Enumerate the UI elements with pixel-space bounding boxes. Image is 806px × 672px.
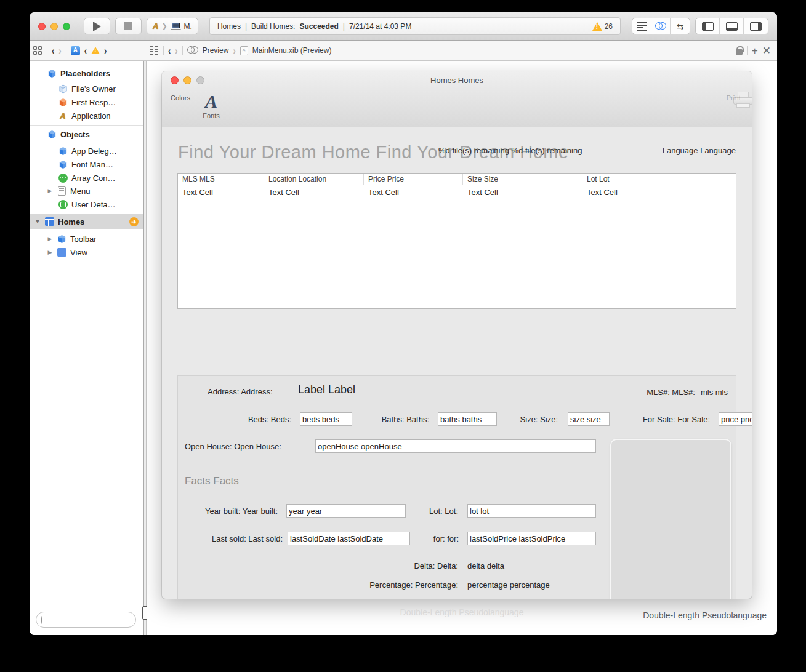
run-button[interactable] <box>84 18 110 34</box>
disclosure-triangle-icon[interactable]: ▼ <box>34 218 41 225</box>
filter-input[interactable] <box>46 615 142 624</box>
column-header[interactable]: Price Price <box>364 174 463 185</box>
outline-item-app-delegate[interactable]: App Deleg… <box>30 144 143 158</box>
outline-item-view[interactable]: ▶ View <box>30 246 143 259</box>
app-file-icon <box>71 46 80 55</box>
delta-value: delta delta <box>467 561 504 570</box>
navigator-panel-button[interactable] <box>696 18 720 34</box>
filter-field[interactable] <box>36 612 136 628</box>
column-header[interactable]: Location Location <box>264 174 364 185</box>
fonts-toolbar-button[interactable]: A Fonts <box>198 92 225 119</box>
close-window-button[interactable] <box>38 23 46 30</box>
minimize-window-button[interactable] <box>50 23 58 30</box>
address-label: Address: Address: <box>208 387 273 396</box>
related-items-icon[interactable] <box>150 46 159 55</box>
preview-canvas: Homes Homes Colors A Fonts Print <box>147 61 777 635</box>
outline-item-application[interactable]: A Application <box>30 109 143 122</box>
filter-icon <box>41 616 42 624</box>
left-panel-icon <box>702 22 714 31</box>
lock-icon <box>736 49 743 55</box>
version-editor-icon: ⇆ <box>677 22 684 31</box>
outline-section-objects[interactable]: Objects <box>30 127 143 141</box>
cube-icon <box>58 146 68 156</box>
yearbuilt-field[interactable]: year year <box>286 504 406 518</box>
close-editor-button[interactable]: ✕ <box>762 46 771 56</box>
stop-icon <box>124 22 132 30</box>
standard-editor-button[interactable] <box>632 18 651 34</box>
outline-item-user-defaults[interactable]: User Defa… <box>30 198 143 211</box>
disclosure-triangle-icon[interactable]: ▶ <box>47 249 53 255</box>
warning-icon <box>592 22 602 31</box>
outline-item-toolbar[interactable]: ▶ Toolbar <box>30 232 143 246</box>
assistant-jump-bar: ‹ › Preview › MainMenu.xib (Preview) + ✕ <box>143 41 777 60</box>
preview-language-button[interactable]: Double-Length Pseudolanguage <box>643 610 767 620</box>
forward-button[interactable]: › <box>58 44 61 57</box>
openhouse-field[interactable]: openHouse openHouse <box>315 439 596 453</box>
column-header[interactable]: Lot Lot <box>582 174 736 185</box>
beds-label: Beds: Beds: <box>248 415 291 424</box>
primary-jump-bar: ‹ › ‹ › <box>30 41 143 60</box>
main-toolbar: A ❯ M. Homes | Build Homes: Succeeded | … <box>30 12 777 41</box>
photo-image-well[interactable] <box>610 439 731 599</box>
assistant-editor-button[interactable] <box>651 18 671 34</box>
status-build-result: Succeeded <box>299 22 338 31</box>
preview-window-titlebar: Homes Homes Colors A Fonts Print <box>162 71 752 127</box>
forward-button[interactable]: › <box>175 44 177 57</box>
disclosure-triangle-icon[interactable]: ▶ <box>47 236 53 242</box>
files-remaining-label: %d file(s) remaining %d file(s) remainin… <box>438 146 582 155</box>
mls-label: MLS#: MLS#: <box>647 388 695 397</box>
jump-to-arrow-icon[interactable]: ➔ <box>129 217 139 226</box>
jumpbar-file-item[interactable]: MainMenu.xib (Preview) <box>252 46 332 55</box>
print-toolbar-button[interactable]: Print <box>720 92 747 102</box>
size-field[interactable]: size size <box>568 412 610 426</box>
version-editor-button[interactable]: ⇆ <box>671 18 690 34</box>
play-icon <box>93 22 101 31</box>
forsale-field[interactable]: price price <box>719 412 752 426</box>
delta-label: Delta: Delta: <box>414 561 458 570</box>
baths-field[interactable]: baths baths <box>438 412 497 426</box>
next-issue-button[interactable]: › <box>104 44 107 57</box>
outline-item-menu[interactable]: ▶ Menu <box>30 184 143 198</box>
mac-device-icon <box>171 23 181 30</box>
zoom-window-button[interactable] <box>63 23 70 30</box>
debug-panel-button[interactable] <box>720 18 744 34</box>
scheme-selector[interactable]: A ❯ M. <box>147 18 198 34</box>
size-label: Size: Size: <box>520 415 558 424</box>
editor-mode-control: ⇆ <box>632 18 690 34</box>
application-icon: A <box>58 111 68 121</box>
outline-item-files-owner[interactable]: File's Owner <box>30 82 143 95</box>
back-button[interactable]: ‹ <box>52 44 54 57</box>
add-editor-button[interactable]: + <box>752 46 758 56</box>
for-field[interactable]: lastSoldPrice lastSoldPrice <box>467 532 596 545</box>
outline-item-font-manager[interactable]: Font Man… <box>30 158 143 171</box>
language-label: Language Language <box>663 146 736 155</box>
column-header[interactable]: MLS MLS <box>178 174 264 185</box>
outline-item-array-controller[interactable]: Array Con… <box>30 171 143 185</box>
column-header[interactable]: Size Size <box>463 174 582 185</box>
lot-field[interactable]: lot lot <box>467 504 596 518</box>
chevron-right-icon: › <box>233 44 235 57</box>
lastsold-field[interactable]: lastSoldDate lastSoldDate <box>288 532 410 545</box>
preview-window: Homes Homes Colors A Fonts Print <box>162 71 752 599</box>
jumpbar-preview-item[interactable]: Preview <box>203 46 229 55</box>
counterparts-icon <box>187 46 198 55</box>
standard-editor-icon <box>637 22 647 31</box>
for-label: for: for: <box>433 534 459 543</box>
inspector-panel-button[interactable] <box>744 18 768 34</box>
issue-warning-icon[interactable] <box>91 47 100 54</box>
previous-issue-button[interactable]: ‹ <box>84 44 87 57</box>
menu-icon <box>57 186 66 196</box>
table-row[interactable]: Text Cell Text Cell Text Cell Text Cell … <box>178 185 736 199</box>
percentage-label: Percentage: Percentage: <box>369 580 458 590</box>
activity-viewer: Homes | Build Homes: Succeeded | 7/21/14… <box>209 17 621 35</box>
related-items-icon[interactable] <box>33 46 42 55</box>
outline-item-first-responder[interactable]: First Resp… <box>30 95 143 109</box>
back-button[interactable]: ‹ <box>168 44 171 57</box>
beds-field[interactable]: beds beds <box>300 412 352 426</box>
outline-section-placeholders[interactable]: Placeholders <box>30 66 143 80</box>
disclosure-triangle-icon[interactable]: ▶ <box>47 188 53 194</box>
outline-item-homes-window[interactable]: ▼ Homes ➔ <box>30 214 143 229</box>
warning-badge[interactable]: 26 <box>592 22 613 31</box>
stop-button[interactable] <box>115 18 142 34</box>
colors-toolbar-button[interactable]: Colors <box>167 92 194 102</box>
